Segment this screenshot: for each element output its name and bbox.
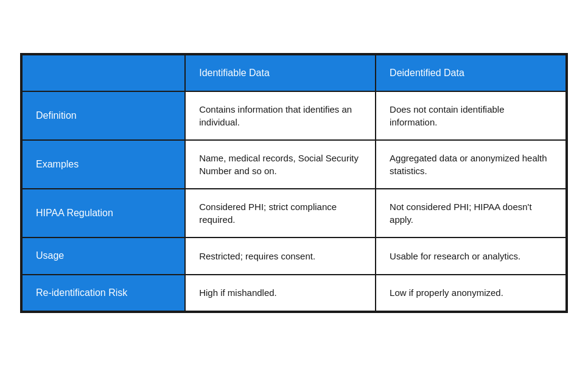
row-identifiable-data: Contains information that identifies an …	[185, 91, 376, 140]
header-identifiable: Identifiable Data	[185, 55, 376, 91]
row-deidentified-data: Low if properly anonymized.	[376, 275, 566, 311]
row-label: HIPAA Regulation	[22, 189, 185, 238]
row-label: Examples	[22, 140, 185, 189]
table-row: UsageRestricted; requires consent.Usable…	[22, 238, 566, 274]
row-deidentified-data: Does not contain identifiable informatio…	[376, 91, 566, 140]
header-empty-cell	[22, 55, 185, 91]
row-deidentified-data: Aggregated data or anonymized health sta…	[376, 140, 566, 189]
comparison-table: Identifiable Data Deidentified Data Defi…	[20, 53, 568, 313]
row-deidentified-data: Not considered PHI; HIPAA doesn't apply.	[376, 189, 566, 238]
row-identifiable-data: Considered PHI; strict compliance requir…	[185, 189, 376, 238]
row-identifiable-data: High if mishandled.	[185, 275, 376, 311]
table-row: HIPAA RegulationConsidered PHI; strict c…	[22, 189, 566, 238]
table-header-row: Identifiable Data Deidentified Data	[22, 55, 566, 91]
table-row: Re-identification RiskHigh if mishandled…	[22, 275, 566, 311]
header-deidentified: Deidentified Data	[376, 55, 566, 91]
row-label: Definition	[22, 91, 185, 140]
row-deidentified-data: Usable for research or analytics.	[376, 238, 566, 274]
row-identifiable-data: Name, medical records, Social Security N…	[185, 140, 376, 189]
row-identifiable-data: Restricted; requires consent.	[185, 238, 376, 274]
row-label: Re-identification Risk	[22, 275, 185, 311]
table-row: ExamplesName, medical records, Social Se…	[22, 140, 566, 189]
table-row: DefinitionContains information that iden…	[22, 91, 566, 140]
row-label: Usage	[22, 238, 185, 274]
